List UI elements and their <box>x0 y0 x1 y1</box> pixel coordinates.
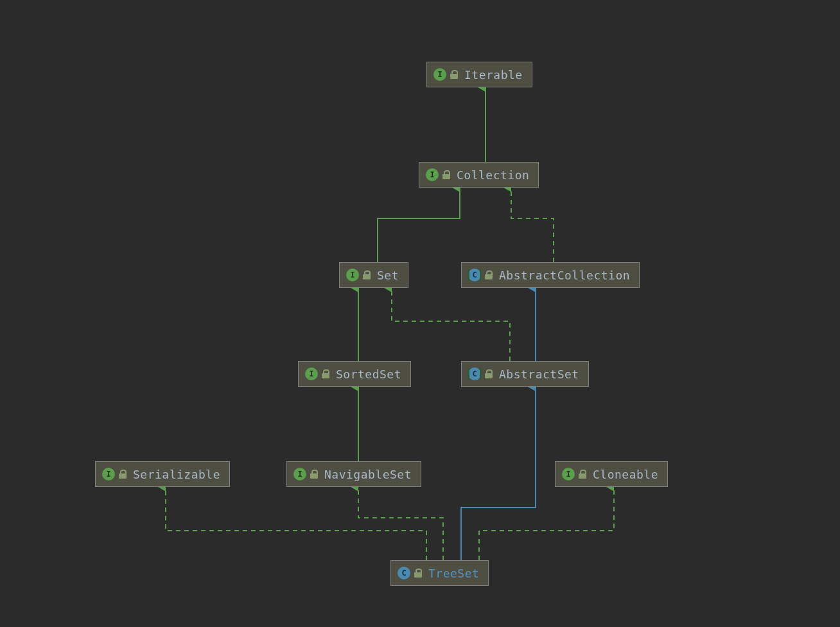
lock-icon <box>485 270 493 279</box>
node-cloneable[interactable]: I Cloneable <box>555 461 668 487</box>
edge-abstractcollection-collection <box>511 188 554 262</box>
class-icon: C <box>398 567 410 579</box>
edge-treeset-serializable <box>166 487 426 560</box>
edge-treeset-abstractset <box>461 387 536 560</box>
node-serializable[interactable]: I Serializable <box>95 461 230 487</box>
lock-icon <box>363 270 371 279</box>
edge-set-collection <box>378 188 460 262</box>
lock-icon <box>450 70 458 79</box>
node-abstractset[interactable]: C AbstractSet <box>461 361 589 387</box>
interface-icon: I <box>562 468 575 481</box>
lock-icon <box>579 470 586 479</box>
node-abstractcollection[interactable]: C AbstractCollection <box>461 262 640 288</box>
lock-icon <box>442 170 450 179</box>
interface-icon: I <box>426 168 439 181</box>
lock-icon <box>414 569 422 578</box>
diagram-canvas: I Iterable I Collection I Set C Abstract… <box>0 0 840 627</box>
lock-icon <box>310 470 318 479</box>
node-collection[interactable]: I Collection <box>419 162 539 188</box>
lock-icon <box>322 369 329 378</box>
node-label: Iterable <box>464 68 523 82</box>
edge-treeset-navigableset <box>358 487 443 560</box>
interface-icon: I <box>346 269 359 281</box>
node-label: TreeSet <box>428 567 479 580</box>
interface-icon: I <box>433 68 446 81</box>
node-label: Serializable <box>133 468 220 481</box>
edge-treeset-cloneable <box>479 487 614 560</box>
interface-icon: I <box>305 367 318 380</box>
node-label: SortedSet <box>336 367 401 381</box>
node-set[interactable]: I Set <box>339 262 408 288</box>
abstract-class-icon: C <box>468 367 481 380</box>
interface-icon: I <box>102 468 115 481</box>
node-label: Collection <box>457 168 529 182</box>
node-label: AbstractCollection <box>499 269 630 282</box>
node-iterable[interactable]: I Iterable <box>426 62 532 87</box>
node-label: NavigableSet <box>324 468 412 481</box>
node-label: Set <box>377 269 399 282</box>
edge-layer <box>0 0 840 627</box>
abstract-class-icon: C <box>468 269 481 281</box>
lock-icon <box>119 470 127 479</box>
node-sortedset[interactable]: I SortedSet <box>298 361 411 387</box>
node-navigableset[interactable]: I NavigableSet <box>286 461 421 487</box>
node-label: AbstractSet <box>499 367 579 381</box>
lock-icon <box>485 369 493 378</box>
interface-icon: I <box>293 468 306 481</box>
edge-abstractset-set <box>392 288 510 361</box>
node-treeset[interactable]: C TreeSet <box>390 560 489 586</box>
node-label: Cloneable <box>593 468 658 481</box>
